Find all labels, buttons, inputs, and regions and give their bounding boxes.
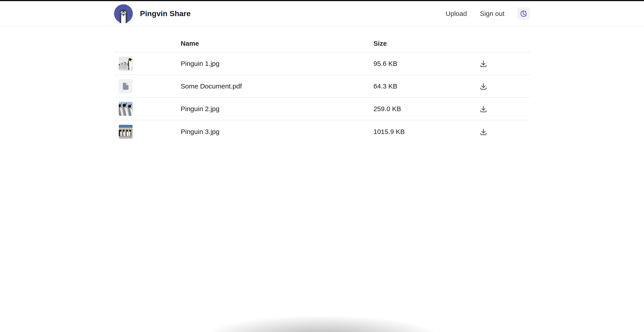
download-button[interactable] <box>478 81 488 91</box>
download-button[interactable] <box>478 104 488 114</box>
moon-stars-icon <box>520 10 528 18</box>
sign-out-link[interactable]: Sign out <box>480 10 504 18</box>
download-button[interactable] <box>478 59 488 69</box>
document-file-tile[interactable] <box>119 79 132 93</box>
table-row: Pinguin 1.jpg 95.6 KB <box>114 52 530 75</box>
file-size: 95.6 KB <box>374 60 456 67</box>
header-nav: Upload Sign out <box>446 8 530 20</box>
brand[interactable]: Pingvin Share <box>114 4 191 23</box>
file-name: Pinguin 2.jpg <box>181 105 374 113</box>
file-name: Some Document.pdf <box>181 82 374 90</box>
download-button[interactable] <box>478 127 488 137</box>
emperor-penguins-snow-photo-thumbnail[interactable] <box>119 57 132 71</box>
table-row: Some Document.pdf 64.3 KB <box>114 75 530 98</box>
file-name: Pinguin 3.jpg <box>181 128 374 135</box>
pdf-document-icon <box>122 82 130 90</box>
share-file-list: Name Size <box>114 35 530 143</box>
download-icon <box>480 60 488 68</box>
download-icon <box>480 105 488 113</box>
app-title: Pingvin Share <box>140 9 191 18</box>
column-header-size: Size <box>374 40 456 47</box>
column-header-name: Name <box>181 40 374 47</box>
file-size: 1015.9 KB <box>374 128 456 135</box>
file-size: 259.0 KB <box>374 105 456 113</box>
bottom-shadow <box>166 307 478 332</box>
download-icon <box>480 82 488 90</box>
upload-link[interactable]: Upload <box>446 10 467 18</box>
table-row: Pinguin 3.jpg 1015.9 KB <box>114 120 530 143</box>
file-name: Pinguin 1.jpg <box>181 60 374 67</box>
pingvin-penguin-logo-icon <box>114 4 133 23</box>
table-header-row: Name Size <box>114 35 530 52</box>
table-row: Pinguin 2.jpg 259.0 KB <box>114 98 530 120</box>
download-icon <box>480 128 488 136</box>
app-header: Pingvin Share Upload Sign out <box>0 1 644 27</box>
king-penguins-closeup-photo-thumbnail[interactable] <box>119 102 132 116</box>
king-penguins-beach-photo-thumbnail[interactable] <box>119 125 132 139</box>
theme-toggle-button[interactable] <box>518 8 530 20</box>
file-size: 64.3 KB <box>374 82 456 90</box>
